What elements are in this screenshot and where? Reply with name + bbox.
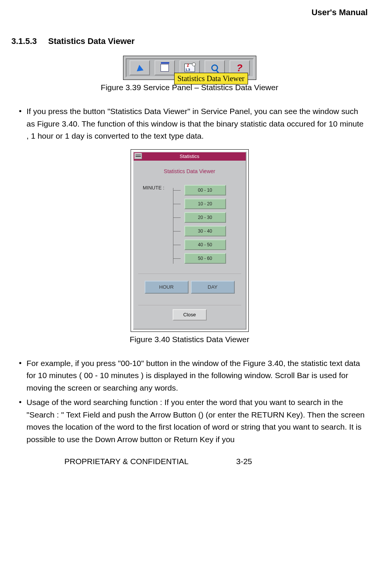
figure-40-caption: Figure 3.40 Statistics Data Viewer <box>11 335 368 344</box>
doc-header: User's Manual <box>11 8 368 17</box>
minute-button-40-50[interactable]: 40 - 50 <box>184 239 226 250</box>
paragraph-2: For example, if you press "00-10" button… <box>19 357 368 394</box>
minute-label: MINUTE : <box>138 185 169 264</box>
dialog-titlebar[interactable]: Statistics <box>134 152 246 161</box>
minute-button-20-30[interactable]: 20 - 30 <box>184 212 226 223</box>
service-panel-toolbar: ? Statistics Data Viewer <box>123 56 256 80</box>
minute-button-30-40[interactable]: 30 - 40 <box>184 226 226 236</box>
question-icon: ? <box>237 62 243 74</box>
section-title: Statistics Data Viewer <box>48 36 134 46</box>
triangle-icon <box>136 64 143 71</box>
section-heading: 3.1.5.3Statistics Data Viewer <box>11 36 368 46</box>
toolbar-button-1[interactable] <box>129 60 150 75</box>
clock-icon <box>192 63 196 66</box>
footer-page-number: 3-25 <box>236 457 252 466</box>
hour-button[interactable]: HOUR <box>145 281 189 294</box>
minute-button-50-60[interactable]: 50 - 60 <box>184 253 226 264</box>
day-button[interactable]: DAY <box>191 281 235 294</box>
footer-left: PROPRIETARY & CONFIDENTIAL <box>64 457 189 466</box>
tooltip: Statistics Data Viewer <box>174 73 248 84</box>
minute-button-10-20[interactable]: 10 - 20 <box>184 199 226 209</box>
minute-button-00-10[interactable]: 00 - 10 <box>184 185 226 195</box>
toolbar-button-2[interactable] <box>154 60 175 75</box>
paragraph-1: If you press the button "Statistics Data… <box>19 105 368 142</box>
page-footer: PROPRIETARY & CONFIDENTIAL 3-25 <box>11 457 368 466</box>
window-icon <box>161 64 169 72</box>
section-number: 3.1.5.3 <box>11 36 37 46</box>
tree-lines <box>169 185 184 264</box>
magnifier-icon <box>211 64 218 71</box>
paragraph-3: Usage of the word searching function : I… <box>19 396 368 446</box>
statistics-dialog-screenshot: Statistics Statistics Data Viewer MINUTE… <box>131 149 249 332</box>
dialog-title-text: Statistics <box>179 153 199 159</box>
close-button[interactable]: Close <box>173 309 207 321</box>
chart-icon <box>184 64 195 72</box>
system-menu-icon[interactable] <box>134 153 142 159</box>
dialog-subtitle: Statistics Data Viewer <box>138 168 241 174</box>
